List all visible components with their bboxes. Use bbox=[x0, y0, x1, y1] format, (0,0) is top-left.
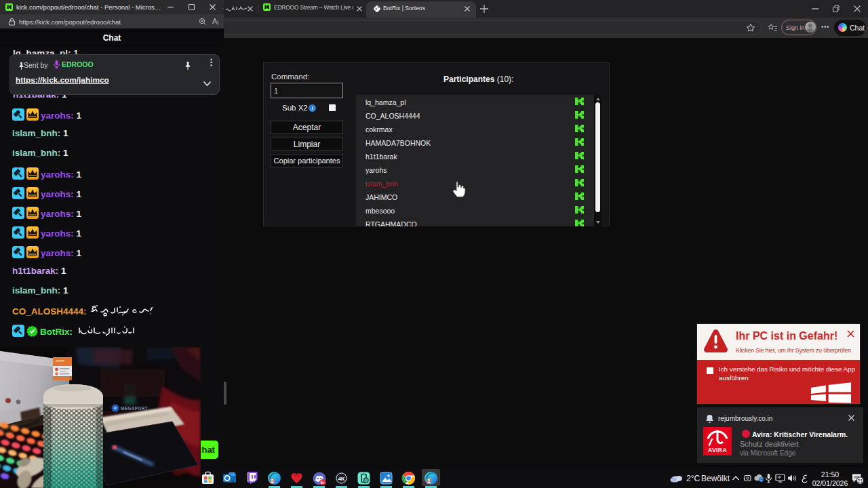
svg-text:AVIRA: AVIRA bbox=[708, 447, 727, 453]
svg-text:4K: 4K bbox=[338, 476, 344, 482]
svg-text:9+: 9+ bbox=[321, 481, 325, 485]
svg-text:MEGAPORT: MEGAPORT bbox=[121, 406, 148, 411]
svg-text:21: 21 bbox=[857, 478, 863, 484]
